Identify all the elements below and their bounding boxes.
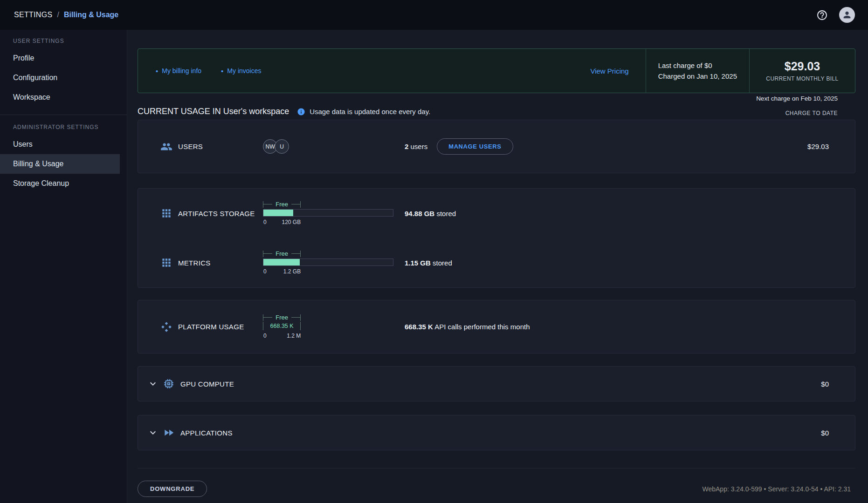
meter-axis: 0 1.2 GB [263, 268, 393, 275]
gpu-compute-charge: $0 [821, 380, 829, 388]
axis-max-label: 120 GB [282, 219, 301, 225]
api-calls-current: 668.35 K [263, 322, 301, 330]
bullet-icon: • [221, 67, 223, 75]
grid-icon [160, 257, 172, 269]
gpu-compute-card: GPU COMPUTE $0 [138, 366, 855, 401]
bracket-line [263, 317, 272, 318]
sidebar-item-profile[interactable]: Profile [0, 48, 120, 68]
gpu-compute-label: GPU COMPUTE [180, 380, 234, 388]
sidebar-item-workspace[interactable]: Workspace [0, 88, 120, 107]
bracket-line [263, 253, 272, 254]
chevron-down-icon[interactable] [147, 378, 158, 389]
sidebar-divider [0, 115, 127, 115]
current-monthly-bill-amount: $29.03 [785, 60, 820, 73]
stored-suffix: stored [431, 259, 452, 267]
meter-axis: 0 1.2 M [263, 333, 393, 340]
bracket-line [291, 204, 300, 204]
app-root: SETTINGS / Billing & Usage USER SETTINGS… [0, 0, 868, 503]
users-row: USERS NW U 2 users MANAGE USERS $29.03 [138, 120, 855, 173]
billing-links: • My billing info • My invoices [138, 49, 590, 93]
downgrade-button[interactable]: DOWNGRADE [138, 481, 207, 497]
applications-icon [163, 427, 175, 439]
breadcrumb-settings[interactable]: SETTINGS [14, 11, 52, 19]
grid-icon [160, 207, 172, 219]
user-avatar-stack: NW U [263, 139, 393, 154]
footer: DOWNGRADE WebApp: 3.24.0-599 • Server: 3… [138, 469, 855, 497]
gpu-chip-icon [163, 378, 175, 390]
users-usage-card: USERS NW U 2 users MANAGE USERS $29.03 [138, 120, 855, 173]
usage-title-group: CURRENT USAGE IN User's workspace Usage … [138, 107, 430, 116]
sidebar-item-configuration[interactable]: Configuration [0, 68, 120, 88]
axis-min-label: 0 [263, 219, 267, 225]
metrics-meter: Free 0 1.2 GB [263, 251, 393, 275]
users-count: 2 users [405, 143, 427, 150]
free-tier-bracket: Free [263, 251, 301, 257]
gpu-compute-row[interactable]: GPU COMPUTE $0 [138, 367, 855, 401]
current-monthly-bill-block: $29.03 CURRENT MONTHLY BILL [750, 49, 855, 93]
my-invoices-link[interactable]: • My invoices [221, 67, 261, 75]
sidebar-section-user-settings: USER SETTINGS [0, 38, 127, 44]
storage-usage-card: ARTIFACTS STORAGE Free 0 120 GB 9 [138, 188, 855, 288]
users-charge: $29.03 [807, 143, 829, 150]
axis-max-label: 1.2 M [287, 333, 301, 339]
artifacts-storage-meter: Free 0 120 GB [263, 201, 393, 226]
platform-usage-card: PLATFORM USAGE Free 668.35 K 0 1.2 M 668… [138, 300, 855, 353]
axis-min-label: 0 [263, 268, 267, 275]
free-tier-label: Free [272, 250, 291, 257]
chevron-down-icon[interactable] [147, 427, 158, 438]
usage-meter-track [263, 258, 393, 266]
bullet-icon: • [156, 67, 158, 75]
platform-usage-value: 668.35 K API calls performed this month [405, 323, 530, 331]
stored-amount: 1.15 GB [405, 259, 431, 267]
info-icon [297, 108, 305, 116]
applications-label: APPLICATIONS [180, 429, 233, 437]
usage-meter-fill [263, 210, 293, 216]
page-body: USER SETTINGS Profile Configuration Work… [0, 30, 868, 503]
user-avatar-icon[interactable] [839, 7, 855, 23]
my-billing-info-label: My billing info [162, 67, 201, 75]
artifacts-storage-row: ARTIFACTS STORAGE Free 0 120 GB 9 [138, 189, 855, 238]
bracket-line [291, 317, 300, 318]
breadcrumb-current: Billing & Usage [64, 11, 118, 19]
free-tier-bracket: Free [263, 201, 301, 208]
billing-summary-card: • My billing info • My invoices View Pri… [138, 48, 855, 93]
users-group-icon [160, 141, 172, 153]
sidebar-item-users[interactable]: Users [0, 135, 120, 154]
usage-meter-fill [263, 259, 300, 265]
applications-card: APPLICATIONS $0 [138, 415, 855, 450]
usage-info-note: Usage data is updated once every day. [310, 108, 430, 116]
applications-row[interactable]: APPLICATIONS $0 [138, 415, 855, 450]
settings-sidebar: USER SETTINGS Profile Configuration Work… [0, 30, 127, 503]
sidebar-item-storage-cleanup[interactable]: Storage Cleanup [0, 174, 120, 193]
topbar: SETTINGS / Billing & Usage [0, 0, 868, 30]
stored-suffix: stored [434, 210, 456, 218]
view-pricing-link[interactable]: View Pricing [590, 67, 628, 75]
users-label: USERS [178, 143, 263, 150]
usage-meter-track [263, 209, 393, 217]
metrics-value: 1.15 GB stored [405, 259, 452, 267]
breadcrumb-separator: / [57, 11, 59, 19]
axis-min-label: 0 [263, 333, 267, 339]
avatar: U [275, 139, 289, 154]
sidebar-section-admin-settings: ADMINISTRATOR SETTINGS [0, 124, 127, 130]
free-tier-label: Free [272, 201, 291, 208]
manage-users-button[interactable]: MANAGE USERS [437, 138, 513, 155]
metrics-label: METRICS [178, 259, 263, 267]
diamonds-icon [160, 321, 172, 333]
bracket-line [263, 204, 272, 204]
free-tier-label: Free [272, 314, 291, 321]
api-calls-amount: 668.35 K [405, 323, 433, 331]
my-billing-info-link[interactable]: • My billing info [156, 67, 201, 75]
artifacts-storage-label: ARTIFACTS STORAGE [178, 210, 263, 218]
platform-usage-row: PLATFORM USAGE Free 668.35 K 0 1.2 M 668… [138, 300, 855, 353]
api-calls-suffix: API calls performed this month [433, 323, 530, 331]
axis-max-label: 1.2 GB [283, 268, 301, 275]
platform-usage-label: PLATFORM USAGE [178, 323, 263, 331]
billing-usage-main: • My billing info • My invoices View Pri… [127, 30, 868, 503]
help-circle-icon[interactable] [816, 9, 828, 21]
my-invoices-label: My invoices [227, 67, 261, 75]
sidebar-item-billing-usage[interactable]: Billing & Usage [0, 154, 120, 174]
last-charge-amount: Last charge of $0 [658, 61, 737, 69]
usage-header: CURRENT USAGE IN User's workspace Usage … [138, 105, 855, 116]
users-count-suffix: users [408, 143, 427, 150]
